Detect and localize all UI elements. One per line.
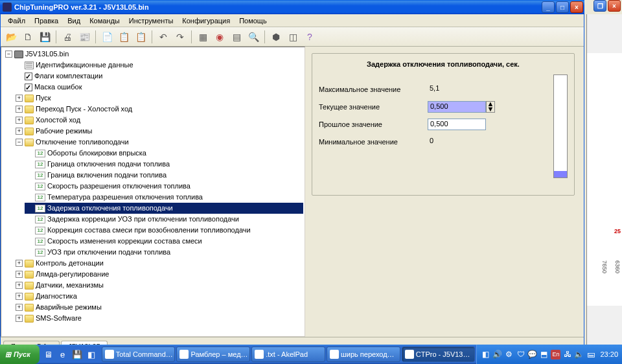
start-button[interactable]: ⊞Пуск bbox=[0, 345, 40, 364]
menu-tools[interactable]: Инструменты bbox=[124, 16, 178, 26]
table-icon[interactable]: ▤ bbox=[229, 29, 244, 45]
close-button[interactable]: × bbox=[570, 1, 583, 13]
expander-icon[interactable]: + bbox=[16, 106, 23, 113]
expander-icon[interactable]: − bbox=[16, 139, 23, 146]
save-icon[interactable]: 💾 bbox=[37, 29, 52, 45]
taskbar-task[interactable]: CTPro - J5V13… bbox=[402, 347, 476, 362]
prop-label: Текущее значение bbox=[319, 103, 428, 111]
tree-node[interactable]: Идентификационные данные bbox=[14, 60, 303, 71]
menu-config[interactable]: Конфигурация bbox=[178, 16, 235, 26]
task-icon bbox=[405, 350, 414, 359]
copy-icon[interactable]: 📄 bbox=[99, 29, 115, 45]
tray-icon[interactable]: ⬒ bbox=[539, 350, 549, 359]
tree-node[interactable]: 12Температура разрешения отключения топл… bbox=[25, 192, 303, 203]
undo-icon[interactable]: ↶ bbox=[156, 29, 171, 45]
chip-icon[interactable]: ◫ bbox=[285, 29, 301, 45]
tree-node[interactable]: 12Коррекция состава смеси при возобновле… bbox=[25, 225, 303, 236]
spin-control[interactable]: ▲▼ bbox=[486, 101, 495, 113]
minimize-button[interactable]: _ bbox=[542, 1, 555, 13]
tray-icon[interactable]: ◧ bbox=[481, 350, 490, 359]
tree-node[interactable]: +Пуск bbox=[14, 93, 303, 104]
menu-help[interactable]: Помощь bbox=[235, 16, 271, 26]
tray-icon[interactable]: 🛡 bbox=[516, 350, 525, 359]
menu-file[interactable]: Файл bbox=[3, 16, 30, 26]
open-icon[interactable]: 📂 bbox=[3, 29, 19, 45]
task-label: ширь переход… bbox=[341, 350, 395, 358]
taskbar-task[interactable]: .txt - AkelPad bbox=[251, 347, 325, 362]
value-icon: 12 bbox=[35, 161, 45, 168]
tree-label: Флаги комплектации bbox=[34, 71, 102, 81]
tree-node[interactable]: +Диагностика bbox=[14, 291, 303, 302]
find-icon[interactable]: 🔍 bbox=[246, 29, 261, 45]
bg-close-button[interactable]: × bbox=[608, 0, 621, 12]
print-icon[interactable]: 🖨 bbox=[60, 29, 75, 45]
tray-icon[interactable]: 🔈 bbox=[574, 350, 584, 359]
menu-view[interactable]: Вид bbox=[63, 16, 85, 26]
expander-icon[interactable]: + bbox=[16, 315, 23, 322]
ql-app-icon[interactable]: ◧ bbox=[85, 347, 98, 361]
tree-node[interactable]: +Переход Пуск - Холостой ход bbox=[14, 104, 303, 115]
ql-save-icon[interactable]: 💾 bbox=[71, 347, 84, 361]
menu-edit[interactable]: Правка bbox=[30, 16, 63, 26]
tree-node[interactable]: 12Граница отключения подачи топлива bbox=[25, 159, 303, 170]
tree-node[interactable]: +Лямда-регулирование bbox=[14, 269, 303, 280]
ql-ie-icon[interactable]: e bbox=[56, 347, 69, 361]
tree-node[interactable]: Маска ошибок bbox=[14, 82, 303, 93]
tree-node[interactable]: 12Обороты блокировки впрыска bbox=[25, 148, 303, 159]
paste-icon[interactable]: 📋 bbox=[116, 29, 132, 45]
value-icon: 12 bbox=[35, 172, 45, 179]
bg-restore-button[interactable]: ❐ bbox=[593, 0, 606, 12]
module-icon[interactable]: ▦ bbox=[195, 29, 211, 45]
expander-icon[interactable]: + bbox=[16, 117, 23, 124]
maximize-button[interactable]: □ bbox=[556, 1, 569, 13]
tree-node[interactable]: +SMS-Software bbox=[14, 313, 303, 324]
tree-node[interactable]: Флаги комплектации bbox=[14, 71, 303, 82]
taskbar-task[interactable]: Total Command… bbox=[102, 347, 176, 362]
tree-node[interactable]: 12Скорость разрешения отключения топлива bbox=[25, 181, 303, 192]
new-icon[interactable]: 🗋 bbox=[20, 29, 36, 45]
taskbar-task[interactable]: Рамблер – мед… bbox=[176, 347, 250, 362]
tree-node[interactable]: +Датчики, механизмы bbox=[14, 280, 303, 291]
tray-lang-icon[interactable]: En bbox=[551, 350, 560, 359]
tree-label: Обороты блокировки впрыска bbox=[47, 148, 146, 158]
expander-icon[interactable]: + bbox=[16, 260, 23, 267]
tree-node[interactable]: 12Граница включения подачи топлива bbox=[25, 170, 303, 181]
expander-icon[interactable]: + bbox=[16, 95, 23, 102]
menu-commands[interactable]: Команды bbox=[85, 16, 124, 26]
expander-icon[interactable]: + bbox=[16, 304, 23, 311]
hex-icon[interactable]: ⬢ bbox=[268, 29, 284, 45]
tray-icon[interactable]: ⚙ bbox=[504, 350, 514, 359]
tree-node[interactable]: 12Задержка отключения топливоподачи bbox=[25, 203, 303, 214]
expander-icon[interactable]: + bbox=[16, 282, 23, 289]
expander-icon[interactable]: + bbox=[16, 128, 23, 135]
print-preview-icon[interactable]: 📰 bbox=[76, 29, 92, 45]
value-icon: 12 bbox=[35, 150, 45, 157]
tree-view[interactable]: −J5V13L05.binИдентификационные данныеФла… bbox=[1, 47, 305, 337]
expander-icon[interactable]: + bbox=[16, 293, 23, 300]
tree-label: Холостой ход bbox=[36, 115, 80, 125]
help-icon[interactable]: ? bbox=[302, 29, 317, 45]
tree-node[interactable]: +Контроль детонации bbox=[14, 258, 303, 269]
tree-node[interactable]: −Отключение топливоподачи bbox=[14, 137, 303, 148]
tree-node[interactable]: 12Скорость изменения коррекции состава с… bbox=[25, 236, 303, 247]
redo-icon[interactable]: ↷ bbox=[172, 29, 188, 45]
current-value-input[interactable]: 0,500 bbox=[428, 101, 486, 113]
expander-icon[interactable]: + bbox=[16, 271, 23, 278]
tree-node[interactable]: 12Задержка коррекции УОЗ при отключении … bbox=[25, 214, 303, 225]
folder-icon bbox=[25, 95, 34, 102]
tree-root[interactable]: −J5V13L05.bin bbox=[4, 49, 303, 60]
tray-icon[interactable]: 🔊 bbox=[492, 350, 502, 359]
taskbar-task[interactable]: ширь переход… bbox=[327, 347, 400, 362]
expander-icon[interactable]: − bbox=[5, 51, 12, 58]
clock[interactable]: 23:20 bbox=[600, 350, 618, 358]
tray-icon[interactable]: 💬 bbox=[527, 350, 537, 359]
tree-node[interactable]: +Аварийные режимы bbox=[14, 302, 303, 313]
tray-icon[interactable]: 🖧 bbox=[562, 350, 572, 359]
tree-node[interactable]: +Холостой ход bbox=[14, 115, 303, 126]
info-icon[interactable]: ◉ bbox=[212, 29, 227, 45]
tray-icon[interactable]: 🖴 bbox=[586, 350, 595, 359]
paste2-icon[interactable]: 📋 bbox=[133, 29, 148, 45]
tree-node[interactable]: 12УОЗ при отключении подачи топлива bbox=[25, 247, 303, 258]
ql-desktop-icon[interactable]: 🖥 bbox=[42, 347, 55, 361]
tree-node[interactable]: +Рабочие режимы bbox=[14, 126, 303, 137]
